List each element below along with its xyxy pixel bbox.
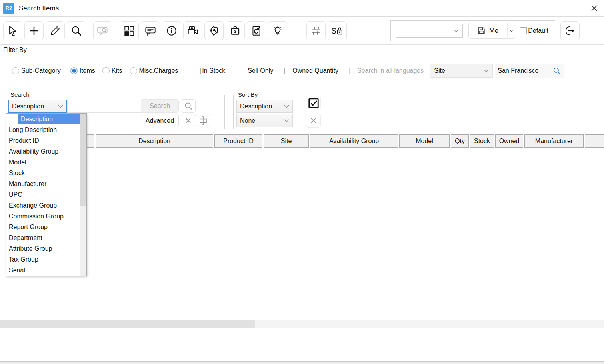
search-keyword-input[interactable] <box>67 100 143 113</box>
radio-icon <box>12 67 19 74</box>
dropdown-option[interactable]: Description <box>18 114 80 124</box>
dropdown-option[interactable]: Stock <box>6 168 80 178</box>
filter-checkbox[interactable]: In Stock <box>194 67 225 74</box>
video-camera-icon <box>186 25 199 37</box>
column-header[interactable]: Qty <box>451 134 469 148</box>
clipboard-refresh-icon <box>250 25 262 37</box>
save-me-label: Me <box>489 27 499 35</box>
info-button[interactable] <box>162 21 181 40</box>
dropdown-option[interactable]: Long Description <box>6 124 80 135</box>
plus-icon <box>28 25 40 37</box>
search-field-combobox[interactable]: Description <box>8 100 67 113</box>
x-icon <box>185 118 191 124</box>
filter-radio[interactable]: Items <box>70 67 95 74</box>
money-bag-icon: $ <box>229 25 241 37</box>
filter-radio[interactable]: Misc.Charges <box>130 67 178 74</box>
info-icon <box>166 25 178 37</box>
svg-text:S: S <box>212 28 216 33</box>
dropdown-option[interactable]: Department <box>6 232 80 243</box>
exit-button[interactable] <box>560 21 580 40</box>
edit-button[interactable] <box>46 21 65 40</box>
dropdown-scrollbar-thumb[interactable] <box>80 114 86 206</box>
search-button[interactable]: Search <box>141 99 179 113</box>
comments-button[interactable] <box>141 21 160 40</box>
horizontal-scrollbar[interactable] <box>0 320 604 328</box>
dropdown-option[interactable]: Tax Group <box>6 254 80 265</box>
tiles-view-button[interactable] <box>120 21 139 40</box>
column-header[interactable]: Product ID <box>214 134 262 148</box>
sort-secondary-combobox[interactable]: None <box>236 114 293 127</box>
chevron-down-icon <box>58 105 63 108</box>
price-lock-button[interactable]: $ <box>328 21 347 40</box>
window-title: Search Items <box>19 4 59 12</box>
svg-text:$: $ <box>332 26 336 35</box>
dropdown-option[interactable]: Serial <box>6 265 80 276</box>
site-name-field[interactable]: San Francisco <box>495 64 564 78</box>
chevron-down-icon <box>484 69 489 72</box>
radio-icon <box>70 67 78 74</box>
history-button[interactable] <box>247 21 266 40</box>
radio-label: Sub-Category <box>21 67 61 74</box>
dropdown-option[interactable]: Report Group <box>6 222 80 232</box>
media-button[interactable] <box>183 21 202 40</box>
app-logo: R2 <box>3 3 14 14</box>
tiles-icon <box>123 25 135 37</box>
dropdown-option[interactable]: Exchange Group <box>6 200 80 211</box>
checkbox-icon <box>284 68 291 74</box>
column-header[interactable]: Stock <box>470 134 494 148</box>
column-header[interactable]: Model <box>399 134 450 148</box>
sort-primary-combobox[interactable]: Description <box>236 100 293 113</box>
preset-group: Me Default <box>390 20 555 41</box>
purchase-button[interactable]: $ <box>226 21 245 40</box>
clear-selection-button[interactable] <box>306 114 321 128</box>
preset-combobox[interactable] <box>396 24 463 38</box>
filter-checkbox[interactable]: Sell Only <box>240 67 273 74</box>
dropdown-scrollbar[interactable] <box>80 114 86 276</box>
column-header[interactable]: Site <box>264 134 309 148</box>
checkbox-icon <box>194 68 201 74</box>
checkbox-icon <box>240 68 246 74</box>
hash-icon <box>310 24 322 37</box>
column-header[interactable]: Availability Group <box>310 134 398 148</box>
sort-group-legend: Sort By <box>236 91 259 98</box>
dropdown-option[interactable]: Product ID <box>6 135 80 146</box>
advanced-button[interactable]: Advanced <box>141 114 179 127</box>
dropdown-option[interactable]: UPC <box>6 189 80 200</box>
filter-checkbox[interactable]: Owned Quantity <box>284 67 338 74</box>
chevron-down-icon <box>284 119 289 122</box>
save-me-button[interactable]: Me <box>468 23 508 39</box>
dropdown-option[interactable]: Manufacturer <box>6 178 80 189</box>
apply-selection-button[interactable] <box>306 96 321 110</box>
price-tag-button[interactable]: S <box>204 21 224 40</box>
radio-label: Kits <box>112 67 122 74</box>
chevron-down-icon <box>284 105 289 108</box>
default-checkbox[interactable]: Default <box>520 27 548 34</box>
search-button-toolbar[interactable] <box>67 21 86 40</box>
pointer-button[interactable] <box>3 21 22 40</box>
horizontal-scrollbar-thumb[interactable] <box>0 320 255 328</box>
save-options-dropdown[interactable] <box>508 23 515 39</box>
close-button[interactable] <box>589 3 599 14</box>
dropdown-option[interactable]: Attribute Group <box>6 243 80 254</box>
column-header[interactable]: UPC <box>585 134 604 148</box>
site-combobox[interactable]: Site <box>430 64 493 78</box>
layout-toggle-button[interactable] <box>196 114 210 127</box>
filter-radio[interactable]: Sub-Category <box>12 67 61 74</box>
add-button[interactable] <box>24 21 44 40</box>
column-header[interactable]: Owned <box>495 134 523 148</box>
search-preview-button[interactable] <box>93 21 112 40</box>
dropdown-option[interactable]: Commission Group <box>6 211 80 222</box>
filter-checkbox[interactable]: Search in all languages <box>349 67 424 74</box>
suggest-button[interactable] <box>268 21 287 40</box>
clear-search-button[interactable] <box>181 114 195 127</box>
site-search-icon[interactable] <box>553 67 561 75</box>
filter-radio[interactable]: Kits <box>102 67 122 74</box>
search-icon-button[interactable] <box>181 99 196 113</box>
dropdown-option[interactable]: Availability Group <box>6 146 80 157</box>
price-tag-icon: S <box>208 25 220 37</box>
dropdown-option[interactable]: Model <box>6 157 80 168</box>
search-group-legend: Search <box>9 91 31 98</box>
column-header[interactable]: Manufacturer <box>524 134 584 148</box>
serial-number-button[interactable] <box>306 21 326 40</box>
column-header[interactable]: Description <box>96 134 213 148</box>
